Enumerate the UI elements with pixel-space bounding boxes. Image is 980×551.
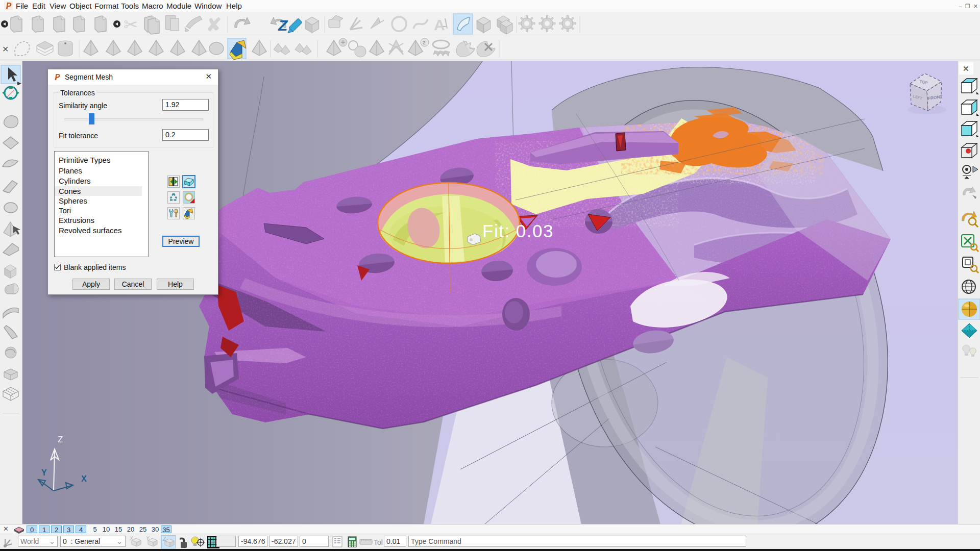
svg-text:z: z — [423, 39, 426, 45]
svg-text:Y: Y — [41, 468, 47, 477]
svg-text:Z: Z — [162, 536, 166, 542]
svg-text:✕: ✕ — [2, 45, 9, 54]
svg-text:X: X — [81, 474, 87, 483]
svg-text:✂: ✂ — [124, 15, 138, 34]
svg-text:Z: Z — [58, 435, 63, 444]
svg-text:A: A — [434, 16, 445, 33]
svg-text:Z: Z — [278, 17, 288, 34]
svg-text:✕: ✕ — [963, 64, 969, 73]
svg-text:Fit: 0.03: Fit: 0.03 — [482, 221, 554, 241]
svg-text:✘: ✘ — [206, 15, 222, 35]
svg-text:X: X — [129, 536, 133, 541]
